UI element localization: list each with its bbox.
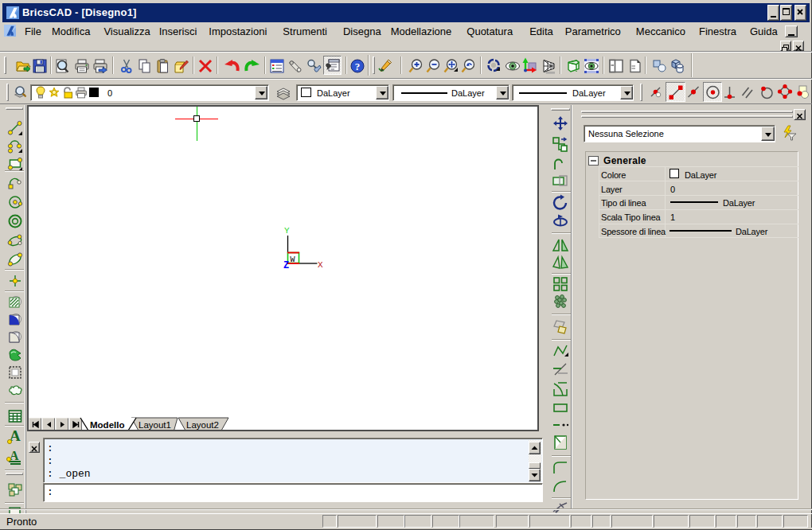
svg-text:W: W: [291, 255, 295, 263]
svg-text:Layout2: Layout2: [186, 420, 219, 430]
svg-text:Modello: Modello: [90, 420, 124, 430]
svg-text:Layout1: Layout1: [139, 420, 171, 430]
svg-text:?: ?: [355, 60, 361, 72]
svg-text:X: X: [318, 260, 323, 270]
svg-text:Z: Z: [283, 260, 289, 271]
svg-text:Y: Y: [284, 226, 290, 236]
